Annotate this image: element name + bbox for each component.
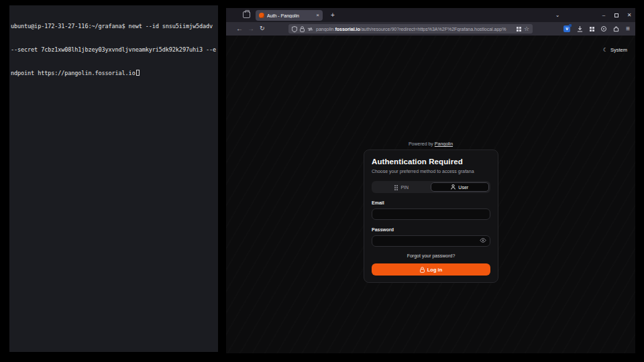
toolbar-extensions: v ≡ xyxy=(564,22,630,36)
method-tabs: PIN User xyxy=(372,181,490,193)
url-path: /auth/resource/90?redirect=https%3A%2F%2… xyxy=(360,27,506,32)
browser-toolbar: ← → ↻ pangolin.fossorial.io/auth/resourc… xyxy=(226,22,635,36)
password-wrap xyxy=(372,232,490,247)
login-label: Log in xyxy=(427,267,443,273)
tab-close-icon[interactable]: × xyxy=(316,13,319,18)
tab-user-label: User xyxy=(458,185,468,190)
url-domain: fossorial.io xyxy=(335,27,360,32)
new-tab-button[interactable]: + xyxy=(328,11,337,20)
email-input[interactable] xyxy=(372,208,490,220)
close-button[interactable]: ✕ xyxy=(626,12,633,18)
window-controls: ⌄ – ✕ xyxy=(554,8,633,22)
powered-by-text: Powered by xyxy=(409,141,433,146)
terminal-line: ndpoint https://pangolin.fossorial.io xyxy=(11,70,217,78)
firefox-view-icon[interactable] xyxy=(243,11,250,18)
theme-label: System xyxy=(610,47,627,53)
blue-extension-icon[interactable]: v xyxy=(564,25,570,32)
forward-button[interactable]: → xyxy=(248,25,254,32)
terminal-cursor xyxy=(136,70,140,76)
pangolin-link[interactable]: Pangolin xyxy=(435,141,453,146)
password-input[interactable] xyxy=(372,235,490,247)
shortcuts-grid-icon[interactable] xyxy=(517,27,521,32)
record-circle-icon[interactable] xyxy=(601,26,606,32)
download-icon[interactable] xyxy=(577,26,583,32)
tab-title: Auth - Pangolin xyxy=(267,13,313,18)
page-content: ☾ System Powered by Pangolin Authenticat… xyxy=(226,36,635,353)
extension-grid-icon[interactable] xyxy=(590,27,594,32)
terminal-line: ubuntu@ip-172-31-27-116:~/grafana$ newt … xyxy=(11,23,217,31)
email-label: Email xyxy=(372,200,490,205)
back-button[interactable]: ← xyxy=(236,25,243,32)
bookmark-star-icon[interactable]: ☆ xyxy=(524,26,529,32)
menu-icon[interactable]: ≡ xyxy=(626,25,630,32)
login-lock-icon xyxy=(420,267,425,273)
swap-arrows-icon[interactable] xyxy=(307,27,313,32)
url-bar[interactable]: pangolin.fossorial.io/auth/resource/90?r… xyxy=(288,24,533,34)
maximize-button[interactable] xyxy=(614,13,619,17)
minimize-button[interactable]: – xyxy=(600,12,607,18)
terminal-window[interactable]: ubuntu@ip-172-31-27-116:~/grafana$ newt … xyxy=(9,5,218,352)
lock-icon[interactable] xyxy=(300,26,305,32)
theme-toggle[interactable]: ☾ System xyxy=(603,47,627,53)
list-tabs-chevron-icon[interactable]: ⌄ xyxy=(554,12,561,18)
url-prefix: pangolin. xyxy=(316,27,335,32)
keypad-icon xyxy=(394,185,398,190)
url-text: pangolin.fossorial.io/auth/resource/90?r… xyxy=(316,27,514,32)
moon-icon: ☾ xyxy=(603,47,608,53)
pangolin-favicon-icon xyxy=(259,13,264,18)
shield-icon[interactable] xyxy=(292,26,297,32)
powered-by: Powered by Pangolin xyxy=(226,141,635,146)
browser-tab[interactable]: Auth - Pangolin × xyxy=(256,10,323,21)
login-button[interactable]: Log in xyxy=(372,263,490,276)
tab-user[interactable]: User xyxy=(431,182,490,192)
eye-icon[interactable] xyxy=(480,238,486,243)
password-label: Password xyxy=(372,227,490,232)
forgot-password-link[interactable]: Forgot your password? xyxy=(372,253,490,258)
card-title: Authentication Required xyxy=(372,158,490,166)
tab-pin-label: PIN xyxy=(400,185,409,190)
desktop: ubuntu@ip-172-31-27-116:~/grafana$ newt … xyxy=(0,0,644,362)
reload-button[interactable]: ↻ xyxy=(260,25,265,32)
user-icon xyxy=(451,184,455,190)
card-subtitle: Choose your preferred method to access g… xyxy=(372,169,490,174)
terminal-line-text: ndpoint https://pangolin.fossorial.io xyxy=(11,70,136,76)
browser-window: Auth - Pangolin × + ⌄ – ✕ ← → ↻ pangolin… xyxy=(226,8,635,353)
tab-pin[interactable]: PIN xyxy=(373,182,431,192)
tab-bar: Auth - Pangolin × + ⌄ – ✕ xyxy=(226,8,635,22)
auth-card: Authentication Required Choose your pref… xyxy=(364,149,498,283)
extensions-puzzle-icon[interactable] xyxy=(613,26,619,32)
terminal-line: --secret 7cbz1xw08lh1jbzey03yxvndljvneam… xyxy=(11,46,217,54)
